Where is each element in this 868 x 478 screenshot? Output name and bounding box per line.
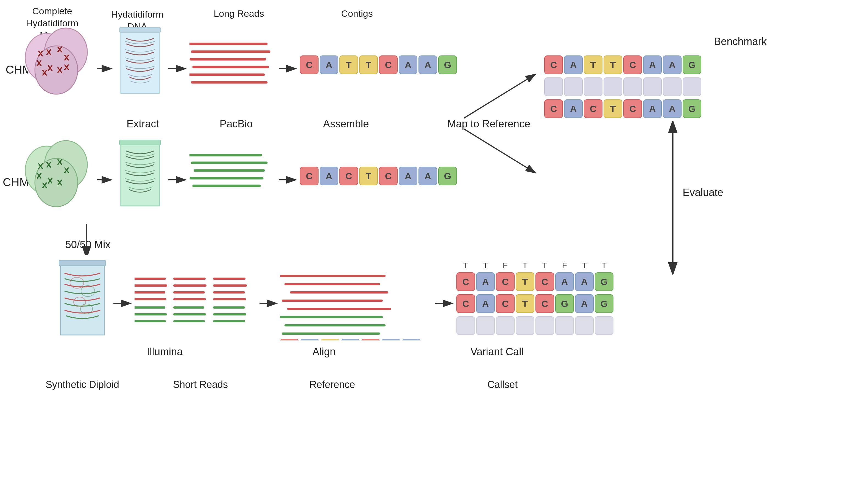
- callset-seq-top: C A C T C A A G: [456, 272, 614, 292]
- label-variant-call: Variant Call: [456, 346, 538, 358]
- chm13-contig-sequence: C A C T C A A G: [299, 166, 458, 186]
- chm1-cell-cluster: [22, 25, 93, 102]
- seq-C2: C: [379, 56, 398, 74]
- arrow-reads-to-contigs-chm13: [277, 174, 299, 185]
- svg-rect-116: [361, 339, 380, 341]
- chm1-contig-sequence: C A T T C A A G: [299, 55, 458, 75]
- label-contigs: Contigs: [330, 8, 384, 19]
- arrow-tube-to-reads-chm13: [167, 174, 189, 185]
- label-assemble: Assemble: [316, 118, 376, 130]
- chm1-long-reads: [189, 36, 275, 91]
- seq-A1: A: [320, 56, 338, 74]
- benchmark-seq-bottom: C A C T C A A G: [544, 99, 702, 119]
- svg-rect-74: [59, 260, 106, 266]
- label-long-reads: Long Reads: [209, 8, 269, 19]
- mixed-tube: [55, 255, 110, 346]
- seq-a5: A: [399, 167, 417, 185]
- arrow-mixed-to-short-reads: [112, 298, 134, 309]
- seq-c3: C: [300, 167, 318, 185]
- label-synthetic-diploid: Synthetic Diploid: [41, 379, 124, 390]
- seq-a6: A: [418, 167, 437, 185]
- label-illumina: Illumina: [134, 346, 195, 358]
- arrow-reads-to-contigs-chm1: [277, 63, 299, 74]
- benchmark-seq-middle: [544, 77, 702, 97]
- seq-C1: C: [300, 56, 318, 74]
- arrow-tube-to-reads-chm1: [167, 63, 189, 74]
- short-reads: [134, 272, 255, 327]
- chm1-tube: [115, 22, 165, 104]
- label-align: Align: [297, 346, 351, 358]
- seq-G1: G: [438, 56, 457, 74]
- arrow-chm1-cells-to-tube: [96, 63, 115, 74]
- arrow-chm1-to-benchmark: [461, 66, 544, 126]
- seq-A2: A: [399, 56, 417, 74]
- svg-rect-118: [402, 339, 421, 341]
- callset-seq-blank: [456, 316, 614, 336]
- label-reference: Reference: [302, 379, 363, 390]
- seq-T1: T: [339, 56, 358, 74]
- svg-rect-56: [121, 143, 159, 206]
- arrow-chm13-to-benchmark: [461, 121, 544, 181]
- svg-line-68: [464, 74, 535, 118]
- svg-rect-112: [280, 339, 299, 341]
- label-evaluate: Evaluate: [676, 187, 731, 198]
- label-callset: Callset: [475, 379, 530, 390]
- svg-rect-24: [119, 28, 161, 32]
- svg-rect-57: [119, 140, 161, 145]
- label-benchmark: Benchmark: [714, 36, 796, 47]
- diagram: CompleteHydatidiformMoles HydatidiformDN…: [0, 0, 868, 478]
- svg-rect-113: [301, 339, 319, 341]
- svg-rect-117: [382, 339, 400, 341]
- svg-line-70: [464, 129, 535, 173]
- seq-c4: C: [339, 167, 358, 185]
- label-short-reads: Short Reads: [165, 379, 236, 390]
- arrow-short-reads-to-align: [258, 298, 280, 309]
- arrow-chm13-cells-to-tube: [96, 174, 115, 185]
- benchmark-seq-top: C A T T C A A G: [544, 55, 702, 75]
- svg-rect-23: [121, 30, 159, 93]
- svg-rect-114: [321, 339, 339, 341]
- label-extract: Extract: [115, 118, 170, 130]
- seq-g2: G: [438, 167, 457, 185]
- chm13-cell-cluster: [22, 137, 93, 214]
- svg-rect-115: [341, 339, 360, 341]
- seq-a4: A: [320, 167, 338, 185]
- variant-call-labels: T T F T T F T T: [456, 261, 614, 270]
- seq-T2: T: [359, 56, 378, 74]
- seq-A3: A: [418, 56, 437, 74]
- chm13-long-reads: [189, 148, 275, 198]
- arrow-align-to-variant-call: [434, 298, 456, 309]
- aligned-reads: [280, 269, 428, 341]
- seq-c5: C: [379, 167, 398, 185]
- seq-t3: T: [359, 167, 378, 185]
- chm13-tube: [115, 134, 165, 217]
- label-pacbio: PacBio: [209, 118, 264, 130]
- callset-seq-bottom: C A C T C G A G: [456, 294, 614, 314]
- arrow-50-50-down: [81, 222, 92, 255]
